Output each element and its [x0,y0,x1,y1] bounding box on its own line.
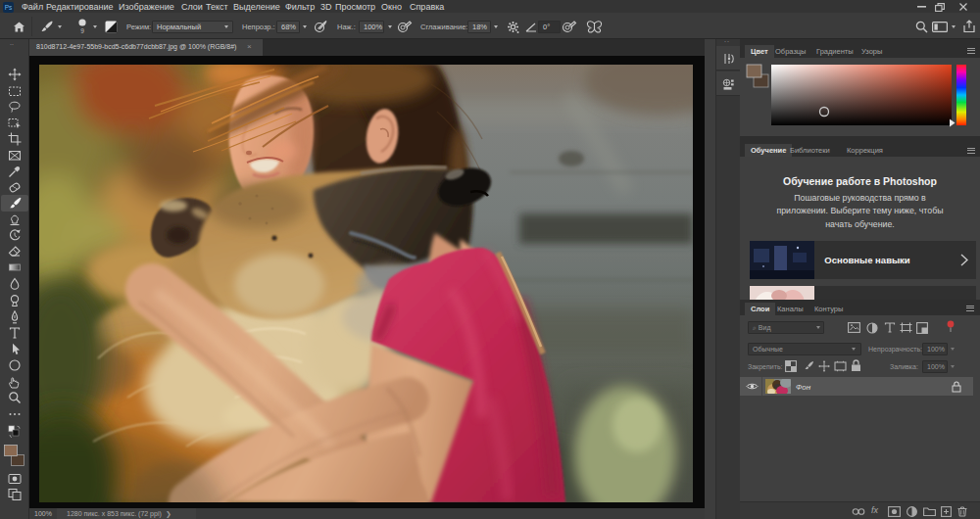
svg-text:Ps: Ps [5,4,13,11]
svg-text:9: 9 [80,27,84,34]
